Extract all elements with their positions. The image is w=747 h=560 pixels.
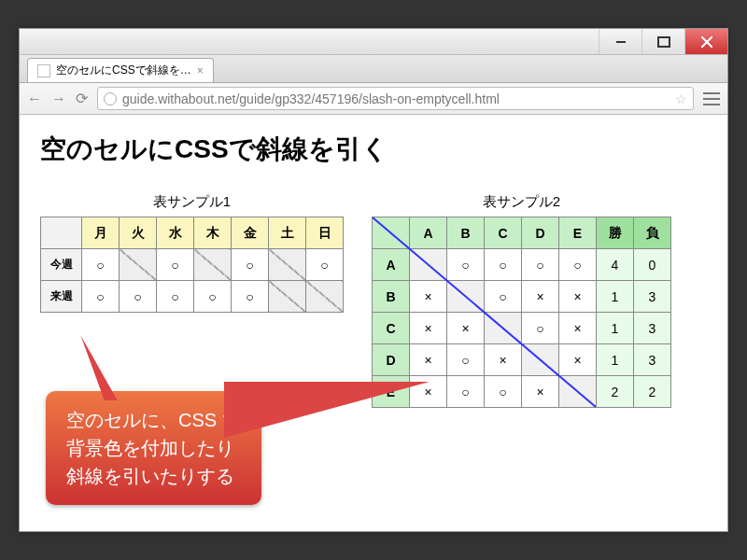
site-info-icon <box>104 92 117 105</box>
table2-block: 表サンプル2 A B C D E 勝 負 A <box>372 193 671 408</box>
lose-cell: 3 <box>634 313 671 344</box>
table-row: 今週 ○ ○ ○ ○ <box>41 249 344 281</box>
cell: × <box>522 281 559 313</box>
lose-cell: 3 <box>634 281 671 313</box>
callout-bubble: 空のセルに、CSS で 背景色を付加したり 斜線を引いたりする <box>46 391 261 505</box>
callout-line: 空のセルに、CSS で <box>66 406 241 434</box>
cell: ○ <box>157 249 194 281</box>
sample-table-2: A B C D E 勝 負 A ○ ○ ○ ○ <box>372 217 671 408</box>
diag-cell <box>410 249 447 281</box>
cell: ○ <box>232 249 269 281</box>
slash-cell <box>269 249 306 281</box>
slash-cell <box>269 281 306 313</box>
sample-table-1: 月 火 水 木 金 土 日 今週 ○ ○ ○ <box>40 217 344 313</box>
cell: × <box>447 313 485 344</box>
row-header: B <box>373 281 410 313</box>
page-title: 空のセルにCSSで斜線を引く <box>40 132 707 167</box>
cell: × <box>559 313 597 344</box>
lose-cell: 3 <box>634 344 671 376</box>
browser-tab[interactable]: 空のセルにCSSで斜線を… × <box>27 58 214 82</box>
page-content: 空のセルにCSSで斜線を引く 表サンプル1 月 火 水 木 金 土 日 <box>20 115 727 531</box>
cell: × <box>410 344 447 376</box>
cell: ○ <box>306 249 344 281</box>
cell: × <box>485 344 522 376</box>
col-header: C <box>485 217 522 249</box>
win-cell: 4 <box>597 249 634 281</box>
tab-title: 空のセルにCSSで斜線を… <box>56 63 191 78</box>
table-row: 来週 ○ ○ ○ ○ ○ <box>41 281 344 313</box>
back-button[interactable]: ← <box>27 91 42 107</box>
row-header: A <box>373 249 410 281</box>
callout-line: 背景色を付加したり <box>66 434 241 462</box>
minimize-button[interactable] <box>599 29 641 54</box>
toolbar: ← → ⟳ guide.withabout.net/guide/gp332/45… <box>20 83 727 115</box>
win-cell: 1 <box>597 313 634 344</box>
col-header: 木 <box>194 217 232 249</box>
page-icon <box>37 64 50 77</box>
lose-cell: 0 <box>634 249 671 281</box>
forward-button[interactable]: → <box>51 91 66 107</box>
reload-button[interactable]: ⟳ <box>76 90 88 107</box>
cell: ○ <box>485 376 522 408</box>
table-row: A ○ ○ ○ ○ 4 0 <box>373 249 671 281</box>
address-bar[interactable]: guide.withabout.net/guide/gp332/457196/s… <box>97 87 694 110</box>
bookmark-star-icon[interactable]: ☆ <box>675 91 687 106</box>
col-header: 金 <box>232 217 269 249</box>
cell: ○ <box>485 281 522 313</box>
col-header: 土 <box>269 217 306 249</box>
cell: ○ <box>522 313 559 344</box>
diag-cell <box>447 281 485 313</box>
slash-cell <box>194 249 232 281</box>
cell: ○ <box>120 281 157 313</box>
screenshot-frame: 空のセルにCSSで斜線を… × ← → ⟳ guide.withabout.ne… <box>0 0 747 560</box>
table1-caption: 表サンプル1 <box>153 193 231 211</box>
cell: ○ <box>559 249 597 281</box>
close-window-button[interactable] <box>684 29 727 54</box>
cell: × <box>410 281 447 313</box>
url-text: guide.withabout.net/guide/gp332/457196/s… <box>122 91 669 106</box>
cell: ○ <box>485 249 522 281</box>
diag-cell <box>522 344 559 376</box>
cell: ○ <box>82 249 120 281</box>
callout-pointer-icon <box>224 382 430 438</box>
lose-cell: 2 <box>634 376 671 408</box>
slash-cell <box>120 249 157 281</box>
close-tab-icon[interactable]: × <box>197 64 204 77</box>
row-header: 今週 <box>41 249 82 281</box>
tab-strip: 空のセルにCSSで斜線を… × <box>20 55 727 83</box>
table-row: C × × ○ × 1 3 <box>373 313 671 344</box>
table2-wrap: A B C D E 勝 負 A ○ ○ ○ ○ <box>372 217 671 408</box>
col-header: 火 <box>120 217 157 249</box>
table-row: 月 火 水 木 金 土 日 <box>41 217 344 249</box>
win-cell: 1 <box>597 344 634 376</box>
cell: ○ <box>522 249 559 281</box>
col-header: A <box>410 217 447 249</box>
win-cell: 2 <box>597 376 634 408</box>
row-header: C <box>373 313 410 344</box>
maximize-button[interactable] <box>641 29 684 54</box>
col-header: B <box>447 217 485 249</box>
row-header: 来週 <box>41 281 82 313</box>
col-header: 水 <box>157 217 194 249</box>
corner-slash-cell <box>41 217 82 249</box>
col-header-lose: 負 <box>634 217 671 249</box>
cell: × <box>559 344 597 376</box>
cell: ○ <box>157 281 194 313</box>
col-header: 月 <box>82 217 120 249</box>
menu-button[interactable] <box>703 92 720 105</box>
cell: × <box>522 376 559 408</box>
col-header: D <box>522 217 559 249</box>
cell: × <box>559 281 597 313</box>
cell: ○ <box>447 249 485 281</box>
browser-window: 空のセルにCSSで斜線を… × ← → ⟳ guide.withabout.ne… <box>19 28 728 532</box>
diag-cell <box>485 313 522 344</box>
cell: ○ <box>447 344 485 376</box>
corner-cell <box>373 217 410 249</box>
table-row: B × ○ × × 1 3 <box>373 281 671 313</box>
win-cell: 1 <box>597 281 634 313</box>
cell: ○ <box>232 281 269 313</box>
table-row: A B C D E 勝 負 <box>373 217 671 249</box>
cell: ○ <box>447 376 485 408</box>
table-row: D × ○ × × 1 3 <box>373 344 671 376</box>
window-titlebar <box>20 29 727 55</box>
